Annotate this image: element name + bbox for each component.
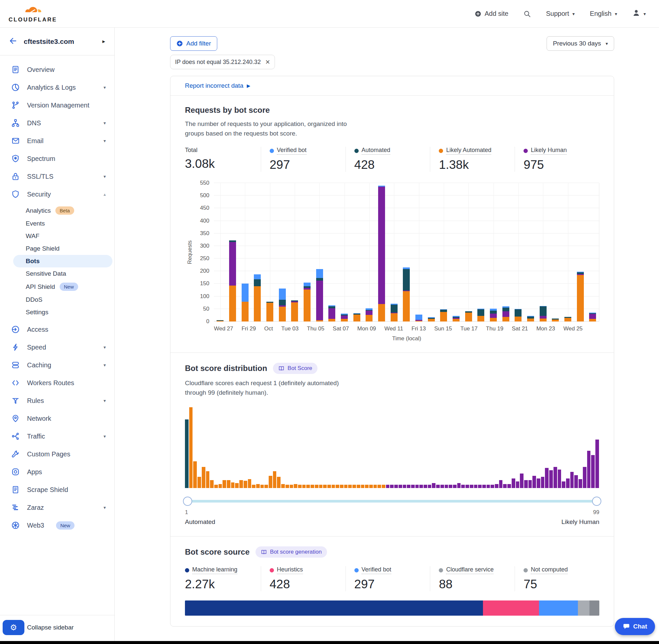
score-bar-72[interactable] bbox=[482, 485, 486, 488]
score-bar-76[interactable] bbox=[499, 480, 503, 488]
chevron-right-icon[interactable]: ▸ bbox=[102, 38, 105, 45]
score-bar-36[interactable] bbox=[332, 485, 335, 488]
score-bar-85[interactable] bbox=[537, 479, 540, 488]
score-bar-19[interactable] bbox=[260, 485, 264, 488]
source-segment-not-computed[interactable] bbox=[589, 600, 599, 616]
score-bar-62[interactable] bbox=[441, 485, 444, 488]
bar-day-2[interactable] bbox=[239, 183, 251, 322]
slider-track[interactable] bbox=[185, 500, 599, 503]
score-bar-12[interactable] bbox=[231, 482, 235, 488]
score-bar-50[interactable] bbox=[390, 485, 394, 488]
score-bar-43[interactable] bbox=[361, 485, 364, 488]
sidebar-item-scrape-shield[interactable]: Scrape Shield bbox=[0, 481, 114, 499]
bar-day-20[interactable] bbox=[462, 183, 475, 322]
score-bar-54[interactable] bbox=[407, 485, 410, 488]
source-segment-heuristics[interactable] bbox=[483, 600, 539, 616]
bar-day-6[interactable] bbox=[288, 183, 301, 322]
score-bar-91[interactable] bbox=[562, 481, 565, 488]
score-bar-80[interactable] bbox=[516, 481, 520, 488]
sidebar-item-spectrum[interactable]: Spectrum bbox=[0, 150, 114, 167]
score-bar-71[interactable] bbox=[478, 485, 481, 488]
score-bar-52[interactable] bbox=[399, 485, 402, 488]
stat-label[interactable]: Machine learning bbox=[192, 566, 237, 574]
stat-label[interactable]: Cloudflare service bbox=[446, 566, 494, 574]
bar-day-16[interactable] bbox=[413, 183, 425, 322]
sidebar-item-ddos[interactable]: DDoS bbox=[0, 294, 114, 306]
settings-gear-button[interactable]: ⚙ bbox=[3, 620, 24, 635]
score-bar-94[interactable] bbox=[574, 475, 578, 488]
score-bar-44[interactable] bbox=[365, 485, 369, 488]
score-bar-15[interactable] bbox=[244, 481, 247, 488]
score-bar-73[interactable] bbox=[487, 485, 490, 488]
collapse-sidebar-button[interactable]: Collapse sidebar bbox=[27, 624, 74, 631]
source-segment-cloudflare-service[interactable] bbox=[578, 600, 589, 616]
score-bar-86[interactable] bbox=[541, 477, 545, 488]
score-bar-95[interactable] bbox=[579, 479, 582, 488]
bar-day-29[interactable] bbox=[574, 183, 587, 322]
score-bar-38[interactable] bbox=[340, 485, 344, 488]
account-menu[interactable]: ▾ bbox=[632, 9, 646, 19]
slider-handle-max[interactable] bbox=[592, 497, 601, 506]
close-icon[interactable]: × bbox=[265, 58, 270, 66]
score-bar-5[interactable] bbox=[202, 467, 205, 488]
score-bar-87[interactable] bbox=[545, 468, 548, 488]
sidebar-item-traffic[interactable]: Traffic▾ bbox=[0, 427, 114, 445]
bot-score-docs-badge[interactable]: Bot Score bbox=[273, 363, 317, 374]
site-switcher[interactable]: cftestsite3.com ▸ bbox=[0, 28, 114, 55]
score-bar-47[interactable] bbox=[377, 485, 381, 488]
score-bar-78[interactable] bbox=[508, 484, 511, 488]
bar-day-15[interactable] bbox=[400, 183, 413, 322]
stat-label[interactable]: Likely Automated bbox=[446, 147, 491, 155]
bar-day-0[interactable] bbox=[214, 183, 227, 322]
sidebar-item-waf[interactable]: WAF bbox=[0, 230, 114, 243]
source-segment-machine-learning[interactable] bbox=[185, 600, 483, 616]
report-incorrect-data-link[interactable]: Report incorrect data ▶ bbox=[170, 76, 614, 96]
score-bar-14[interactable] bbox=[239, 480, 243, 488]
score-bar-46[interactable] bbox=[374, 485, 377, 488]
score-bar-7[interactable] bbox=[210, 480, 214, 488]
score-bar-99[interactable] bbox=[595, 440, 599, 488]
stat-label[interactable]: Verified bot bbox=[277, 147, 307, 155]
bar-day-4[interactable] bbox=[264, 183, 276, 322]
score-bar-8[interactable] bbox=[214, 485, 218, 488]
sidebar-item-security[interactable]: Security▴ bbox=[0, 185, 114, 203]
score-bar-97[interactable] bbox=[587, 451, 591, 488]
score-bar-51[interactable] bbox=[394, 485, 398, 488]
score-bar-74[interactable] bbox=[491, 485, 494, 488]
score-bar-70[interactable] bbox=[474, 485, 478, 488]
score-bar-66[interactable] bbox=[457, 483, 461, 488]
stat-label[interactable]: Verified bot bbox=[362, 566, 391, 574]
score-bar-64[interactable] bbox=[449, 485, 452, 488]
score-bar-63[interactable] bbox=[445, 485, 448, 488]
source-stacked-bar[interactable] bbox=[185, 600, 599, 616]
score-bar-3[interactable] bbox=[193, 461, 197, 488]
sidebar-item-api-shield[interactable]: API ShieldNew bbox=[0, 280, 114, 294]
bar-day-1[interactable] bbox=[227, 183, 239, 322]
bar-day-24[interactable] bbox=[512, 183, 524, 322]
sidebar-item-email[interactable]: Email▾ bbox=[0, 132, 114, 150]
score-bar-34[interactable] bbox=[323, 485, 327, 488]
date-range-select[interactable]: Previous 30 days ▾ bbox=[547, 36, 614, 51]
score-bar-23[interactable] bbox=[277, 477, 281, 488]
score-bar-21[interactable] bbox=[269, 476, 272, 488]
sidebar-item-network[interactable]: Network bbox=[0, 410, 114, 427]
score-bar-82[interactable] bbox=[524, 480, 528, 488]
score-bar-79[interactable] bbox=[512, 479, 515, 488]
bar-day-12[interactable] bbox=[363, 183, 376, 322]
bot-score-generation-badge[interactable]: Bot score generation bbox=[256, 546, 327, 558]
score-bar-98[interactable] bbox=[591, 455, 595, 488]
sidebar-item-caching[interactable]: Caching▾ bbox=[0, 356, 114, 374]
score-bar-45[interactable] bbox=[369, 485, 373, 488]
bar-day-13[interactable] bbox=[376, 183, 388, 322]
bar-day-21[interactable] bbox=[475, 183, 487, 322]
score-bar-18[interactable] bbox=[256, 484, 260, 488]
sidebar-item-sensitive-data[interactable]: Sensitive Data bbox=[0, 268, 114, 280]
score-bar-29[interactable] bbox=[302, 485, 306, 488]
sidebar-item-access[interactable]: Access bbox=[0, 321, 114, 338]
score-bar-1[interactable] bbox=[185, 419, 189, 488]
score-bar-83[interactable] bbox=[528, 480, 532, 488]
bar-day-18[interactable] bbox=[438, 183, 450, 322]
bar-day-7[interactable] bbox=[301, 183, 313, 322]
bar-day-22[interactable] bbox=[487, 183, 500, 322]
stat-label[interactable]: Heuristics bbox=[277, 566, 303, 574]
